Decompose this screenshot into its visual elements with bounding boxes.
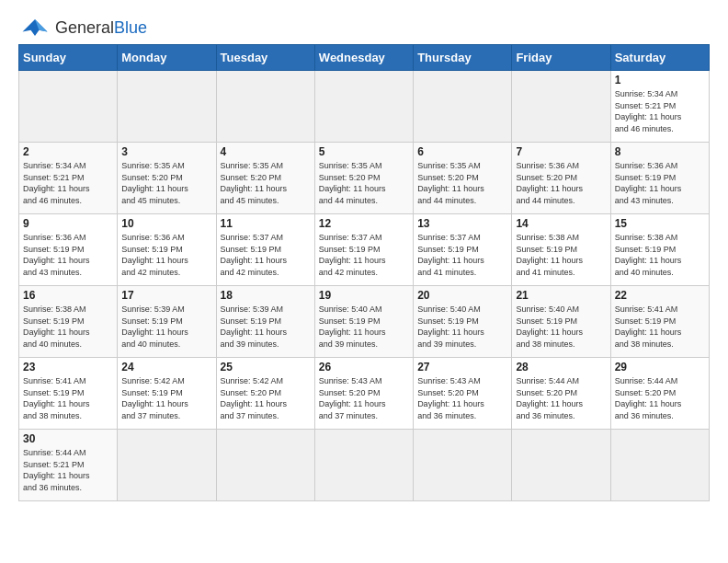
day-info: Sunrise: 5:36 AMSunset: 5:19 PMDaylight:… — [23, 232, 113, 278]
logo-text: GeneralBlue — [55, 19, 147, 37]
calendar-cell — [610, 430, 709, 501]
day-info: Sunrise: 5:35 AMSunset: 5:20 PMDaylight:… — [221, 160, 311, 206]
calendar-cell: 14Sunrise: 5:38 AMSunset: 5:19 PMDayligh… — [512, 214, 610, 286]
day-info: Sunrise: 5:40 AMSunset: 5:19 PMDaylight:… — [319, 304, 409, 350]
day-number: 1 — [615, 74, 705, 86]
calendar-cell: 1Sunrise: 5:34 AMSunset: 5:21 PMDaylight… — [610, 71, 709, 143]
day-info: Sunrise: 5:35 AMSunset: 5:20 PMDaylight:… — [417, 160, 507, 206]
calendar-cell — [314, 71, 413, 143]
calendar-cell: 19Sunrise: 5:40 AMSunset: 5:19 PMDayligh… — [314, 286, 413, 358]
weekday-friday: Friday — [512, 45, 610, 71]
week-row-3: 9Sunrise: 5:36 AMSunset: 5:19 PMDaylight… — [19, 214, 710, 286]
day-info: Sunrise: 5:36 AMSunset: 5:20 PMDaylight:… — [516, 160, 606, 206]
calendar-cell — [19, 71, 118, 143]
calendar-cell: 25Sunrise: 5:42 AMSunset: 5:20 PMDayligh… — [216, 358, 314, 430]
day-number: 17 — [121, 289, 211, 302]
day-info: Sunrise: 5:42 AMSunset: 5:19 PMDaylight:… — [121, 375, 211, 421]
calendar-cell: 24Sunrise: 5:42 AMSunset: 5:19 PMDayligh… — [118, 358, 216, 430]
day-number: 29 — [615, 361, 705, 373]
day-info: Sunrise: 5:41 AMSunset: 5:19 PMDaylight:… — [615, 304, 705, 350]
day-number: 13 — [417, 217, 507, 230]
day-info: Sunrise: 5:39 AMSunset: 5:19 PMDaylight:… — [121, 304, 211, 350]
calendar-cell: 23Sunrise: 5:41 AMSunset: 5:19 PMDayligh… — [19, 358, 118, 430]
weekday-thursday: Thursday — [414, 45, 512, 71]
day-number: 27 — [417, 361, 507, 373]
day-number: 22 — [615, 289, 705, 302]
day-info: Sunrise: 5:38 AMSunset: 5:19 PMDaylight:… — [516, 232, 606, 278]
day-info: Sunrise: 5:37 AMSunset: 5:19 PMDaylight:… — [221, 232, 311, 278]
day-number: 14 — [516, 217, 606, 230]
weekday-sunday: Sunday — [19, 45, 118, 71]
calendar-cell — [118, 430, 216, 501]
day-number: 16 — [23, 289, 113, 302]
day-number: 24 — [121, 361, 211, 373]
calendar-cell: 20Sunrise: 5:40 AMSunset: 5:19 PMDayligh… — [414, 286, 512, 358]
calendar: SundayMondayTuesdayWednesdayThursdayFrid… — [18, 44, 710, 501]
day-info: Sunrise: 5:43 AMSunset: 5:20 PMDaylight:… — [417, 375, 507, 421]
day-number: 8 — [615, 145, 705, 158]
calendar-cell: 26Sunrise: 5:43 AMSunset: 5:20 PMDayligh… — [314, 358, 413, 430]
day-info: Sunrise: 5:44 AMSunset: 5:20 PMDaylight:… — [615, 375, 705, 421]
day-number: 4 — [221, 145, 311, 158]
calendar-cell: 13Sunrise: 5:37 AMSunset: 5:19 PMDayligh… — [414, 214, 512, 286]
weekday-tuesday: Tuesday — [216, 45, 314, 71]
calendar-cell: 9Sunrise: 5:36 AMSunset: 5:19 PMDaylight… — [19, 214, 118, 286]
day-info: Sunrise: 5:38 AMSunset: 5:19 PMDaylight:… — [23, 304, 113, 350]
day-number: 3 — [121, 145, 211, 158]
calendar-cell: 18Sunrise: 5:39 AMSunset: 5:19 PMDayligh… — [216, 286, 314, 358]
calendar-cell: 7Sunrise: 5:36 AMSunset: 5:20 PMDaylight… — [512, 143, 610, 214]
calendar-cell: 17Sunrise: 5:39 AMSunset: 5:19 PMDayligh… — [118, 286, 216, 358]
calendar-cell: 3Sunrise: 5:35 AMSunset: 5:20 PMDaylight… — [118, 143, 216, 214]
day-number: 10 — [121, 217, 211, 230]
logo: GeneralBlue — [18, 15, 147, 40]
day-number: 28 — [516, 361, 606, 373]
calendar-cell: 27Sunrise: 5:43 AMSunset: 5:20 PMDayligh… — [414, 358, 512, 430]
calendar-cell — [414, 430, 512, 501]
day-number: 20 — [417, 289, 507, 302]
day-info: Sunrise: 5:36 AMSunset: 5:19 PMDaylight:… — [121, 232, 211, 278]
weekday-saturday: Saturday — [610, 45, 709, 71]
day-info: Sunrise: 5:35 AMSunset: 5:20 PMDaylight:… — [121, 160, 211, 206]
day-info: Sunrise: 5:39 AMSunset: 5:19 PMDaylight:… — [221, 304, 311, 350]
calendar-cell — [512, 430, 610, 501]
calendar-cell: 28Sunrise: 5:44 AMSunset: 5:20 PMDayligh… — [512, 358, 610, 430]
day-info: Sunrise: 5:42 AMSunset: 5:20 PMDaylight:… — [221, 375, 311, 421]
day-number: 15 — [615, 217, 705, 230]
day-number: 11 — [221, 217, 311, 230]
day-info: Sunrise: 5:34 AMSunset: 5:21 PMDaylight:… — [615, 88, 705, 134]
calendar-cell: 2Sunrise: 5:34 AMSunset: 5:21 PMDaylight… — [19, 143, 118, 214]
calendar-cell: 29Sunrise: 5:44 AMSunset: 5:20 PMDayligh… — [610, 358, 709, 430]
calendar-cell: 21Sunrise: 5:40 AMSunset: 5:19 PMDayligh… — [512, 286, 610, 358]
calendar-cell: 6Sunrise: 5:35 AMSunset: 5:20 PMDaylight… — [414, 143, 512, 214]
day-number: 19 — [319, 289, 409, 302]
day-info: Sunrise: 5:44 AMSunset: 5:20 PMDaylight:… — [516, 375, 606, 421]
day-number: 7 — [516, 145, 606, 158]
day-info: Sunrise: 5:43 AMSunset: 5:20 PMDaylight:… — [319, 375, 409, 421]
calendar-cell — [216, 71, 314, 143]
day-info: Sunrise: 5:34 AMSunset: 5:21 PMDaylight:… — [23, 160, 113, 206]
day-number: 23 — [23, 361, 113, 373]
day-info: Sunrise: 5:37 AMSunset: 5:19 PMDaylight:… — [319, 232, 409, 278]
calendar-cell — [314, 430, 413, 501]
page-header: GeneralBlue — [18, 15, 710, 40]
day-info: Sunrise: 5:35 AMSunset: 5:20 PMDaylight:… — [319, 160, 409, 206]
week-row-4: 16Sunrise: 5:38 AMSunset: 5:19 PMDayligh… — [19, 286, 710, 358]
day-info: Sunrise: 5:36 AMSunset: 5:19 PMDaylight:… — [615, 160, 705, 206]
week-row-2: 2Sunrise: 5:34 AMSunset: 5:21 PMDaylight… — [19, 143, 710, 214]
calendar-cell: 8Sunrise: 5:36 AMSunset: 5:19 PMDaylight… — [610, 143, 709, 214]
svg-marker-0 — [23, 19, 48, 36]
day-info: Sunrise: 5:41 AMSunset: 5:19 PMDaylight:… — [23, 375, 113, 421]
day-number: 18 — [221, 289, 311, 302]
week-row-1: 1Sunrise: 5:34 AMSunset: 5:21 PMDaylight… — [19, 71, 710, 143]
calendar-cell: 4Sunrise: 5:35 AMSunset: 5:20 PMDaylight… — [216, 143, 314, 214]
day-info: Sunrise: 5:44 AMSunset: 5:21 PMDaylight:… — [23, 447, 113, 493]
calendar-cell: 30Sunrise: 5:44 AMSunset: 5:21 PMDayligh… — [19, 430, 118, 501]
day-number: 30 — [23, 432, 113, 445]
day-number: 12 — [319, 217, 409, 230]
day-info: Sunrise: 5:37 AMSunset: 5:19 PMDaylight:… — [417, 232, 507, 278]
calendar-cell: 11Sunrise: 5:37 AMSunset: 5:19 PMDayligh… — [216, 214, 314, 286]
calendar-cell: 16Sunrise: 5:38 AMSunset: 5:19 PMDayligh… — [19, 286, 118, 358]
weekday-header-row: SundayMondayTuesdayWednesdayThursdayFrid… — [19, 45, 710, 71]
day-info: Sunrise: 5:38 AMSunset: 5:19 PMDaylight:… — [615, 232, 705, 278]
calendar-cell: 10Sunrise: 5:36 AMSunset: 5:19 PMDayligh… — [118, 214, 216, 286]
